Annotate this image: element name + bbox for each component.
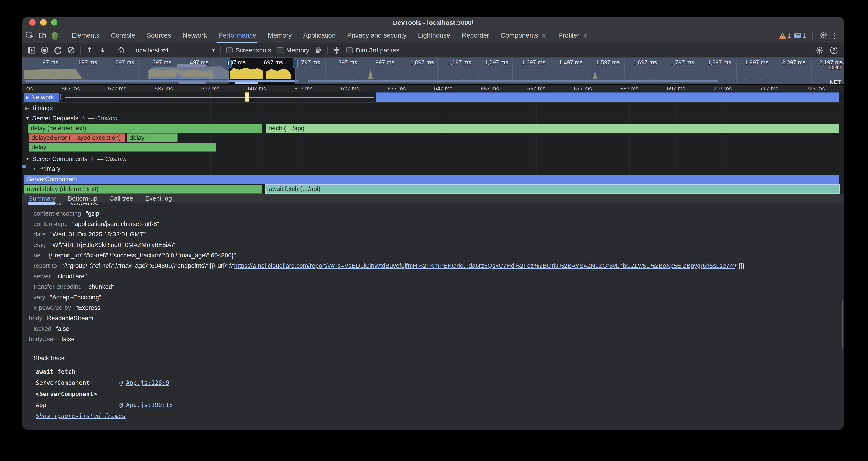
ruler-label: 687 ms [620,85,639,92]
await-fetch-bar-selected[interactable]: await fetch (…/api) [265,184,840,194]
kebab-menu-icon[interactable]: ⋮ [831,31,838,40]
stack-trace-title: Stack trace [34,355,64,362]
chevron-down-icon: ▼ [32,166,36,171]
timeline-ruler: ms 567 ms577 ms587 ms597 ms607 ms617 ms6… [23,85,844,92]
tab-performance[interactable]: Performance [213,28,262,43]
overview-ruler-label: 797 ms [301,59,320,66]
server-request-bar[interactable]: delay (deferred text) [28,124,262,133]
help-icon[interactable] [829,46,838,55]
selection-handle-left[interactable] [229,58,229,84]
response-headers-list: connection"keep-alive"content-encoding"g… [23,203,844,344]
server-request-bar-error[interactable]: delayedError (…ayed exception) [29,134,125,142]
overview-ruler-label: 1,197 ms [447,59,471,66]
network-request-bar[interactable] [376,92,839,102]
screenshots-checkbox[interactable]: Screenshots [226,47,271,54]
history-select[interactable]: localhost #4 ▼ [134,47,216,54]
report-to-link[interactable]: https://a.nel.cloudflare.com/report/v4?s… [234,262,735,269]
inspect-element-icon[interactable] [25,31,35,40]
tab-network[interactable]: Network [177,28,213,43]
header-row: server"cloudflare" [34,271,844,282]
tab-call-tree[interactable]: Call tree [103,194,139,203]
tab-elements[interactable]: Elements [66,28,105,43]
ruler-label: 727 ms [806,85,825,92]
network-marker[interactable] [245,92,249,102]
garbage-collect-icon[interactable] [314,46,322,55]
source-location-link[interactable]: App.js:128:9 [126,379,169,386]
tab-sources[interactable]: Sources [141,28,177,43]
save-profile-icon[interactable] [98,46,107,55]
server-request-bar[interactable]: delay [29,143,216,152]
issues-badge[interactable]: 1 [794,32,806,39]
checkbox-box [277,47,283,54]
custom-suffix: — Custom [97,155,126,163]
reload-record-button[interactable] [54,46,62,55]
header-value: "Accept-Encoding" [50,294,101,300]
tab-components[interactable]: Components ⚛ [495,28,553,43]
show-ignore-listed-link[interactable]: Show ignore-listed frames [36,412,126,420]
overview-ruler-label: 697 ms [264,59,283,66]
load-profile-icon[interactable] [85,46,94,55]
tab-recorder[interactable]: Recorder [456,28,495,43]
flame-chart-tracks[interactable]: ▶ Network ▶ Timings ▼ Server Requests ⚛ … [23,92,844,194]
tab-memory[interactable]: Memory [262,28,298,43]
header-key: bodyUsed [29,336,57,343]
track-primary[interactable]: ▼ Primary [32,165,60,172]
tab-bottom-up[interactable]: Bottom-up [62,194,103,203]
dim-3rd-parties-checkbox[interactable]: Dim 3rd parties [346,47,399,54]
await-delay-bar[interactable]: await delay (deferred text) [24,184,262,194]
frame-function: ServerComponent [36,377,119,388]
chevron-down-icon: ▼ [25,116,30,121]
track-server-components[interactable]: ▼ Server Components ⚛ — Custom [25,155,126,163]
home-icon[interactable] [117,46,125,55]
header-key: transfer-encoding [34,283,82,290]
scrollbar-thumb[interactable] [841,299,843,349]
tab-application[interactable]: Application [298,28,342,43]
server-request-bar[interactable]: delay [127,134,178,142]
header-row: content-type"application/json; charset=u… [34,219,844,229]
header-key: content-type [34,221,68,227]
tab-event-log[interactable]: Event log [139,194,178,203]
track-timings[interactable]: ▶ Timings [25,105,53,112]
memory-checkbox[interactable]: Memory [277,47,309,54]
stack-trace-frames: await fetchServerComponent@App.js:128:9<… [36,366,173,411]
ruler-label: 607 ms [248,85,266,92]
summary-pane[interactable]: connection"keep-alive"content-encoding"g… [23,203,844,430]
divider [130,46,130,54]
tab-summary[interactable]: Summary [23,194,62,203]
frame-at: @ [119,379,123,386]
header-row: bodyReadableStream [29,313,844,323]
record-button[interactable] [40,46,49,55]
track-server-requests[interactable]: ▼ Server Requests ⚛ — Custom [25,115,118,122]
ruler-label: 717 ms [760,85,778,92]
server-request-bar[interactable]: fetch (…/api) [266,124,839,133]
screenshots-label: Screenshots [236,47,271,54]
source-location-link[interactable]: App.js:190:16 [126,402,173,409]
net-side-label: NET [830,79,841,85]
header-value: "Express" [76,304,102,311]
selection-handle-right[interactable] [295,58,296,84]
overview-ruler-label: 497 ms [190,59,209,66]
track-drag-handle[interactable] [60,94,63,100]
warnings-badge[interactable]: 1 [779,32,791,39]
server-component-bar[interactable]: ServerComponent [24,175,839,184]
tab-console[interactable]: Console [105,28,141,43]
extension-icon[interactable] [50,31,60,40]
tab-profiler[interactable]: Profiler ⚛ [553,28,593,43]
settings-gear-icon[interactable] [819,31,828,40]
capture-settings-gear-icon[interactable] [815,46,824,55]
header-row: x-powered-by"Express" [34,302,844,313]
clear-button[interactable] [67,46,75,55]
tab-privacy[interactable]: Privacy and security [342,28,412,43]
device-toolbar-icon[interactable] [38,31,47,40]
header-value: "keep-alive" [68,203,101,206]
active-tab-indicator [28,202,56,205]
track-network-label[interactable]: ▶ Network [24,93,59,102]
collapse-arrows-icon[interactable] [332,46,341,55]
timeline-overview[interactable]: 97 ms197 ms297 ms397 ms497 ms597 ms697 m… [23,58,844,85]
warning-icon [779,32,786,39]
devtools-tab-bar: Elements Console Sources Network Perform… [23,28,844,43]
header-row: transfer-encoding"chunked" [34,282,844,292]
dock-side-icon[interactable] [27,46,36,55]
overview-ruler-label: 197 ms [78,59,97,66]
tab-lighthouse[interactable]: Lighthouse [412,28,456,43]
